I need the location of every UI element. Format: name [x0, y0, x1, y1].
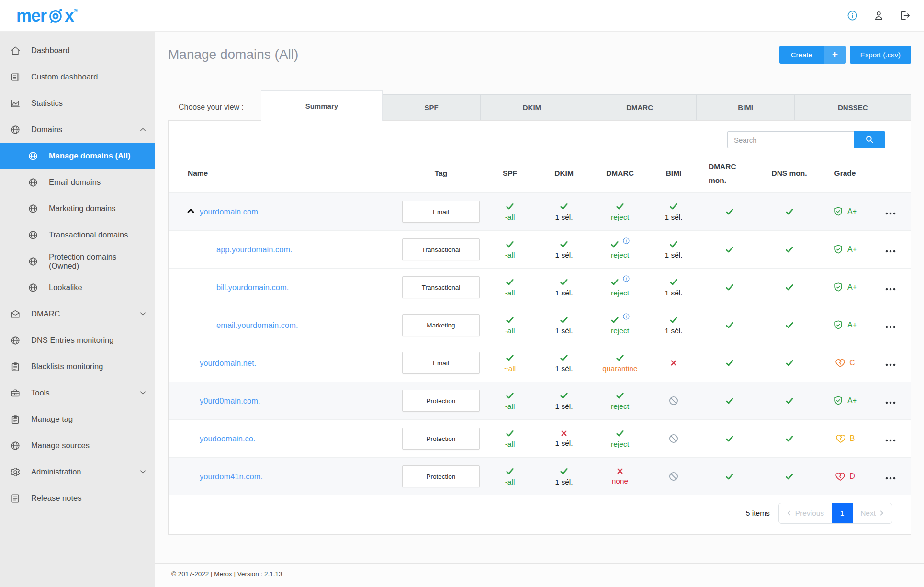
domain-link[interactable]: yourdomain.com. — [200, 207, 260, 216]
cell-tag: Marketing — [397, 310, 485, 340]
tag-badge: Marketing — [402, 314, 480, 336]
export-csv-button[interactable]: Export (.csv) — [850, 46, 911, 64]
cell-dns-mon — [759, 316, 820, 334]
sidebar-item-domains[interactable]: Domains — [0, 116, 155, 143]
dmarc-value: none — [612, 477, 628, 485]
domain-link[interactable]: youdoomain.co. — [200, 434, 256, 443]
column-header-bimi: BIMI — [647, 165, 700, 181]
grade-value: A+ — [847, 207, 857, 216]
check-icon — [785, 472, 794, 481]
check-icon — [559, 315, 569, 325]
sidebar-item-statistics[interactable]: Statistics — [0, 90, 155, 116]
home-icon — [10, 45, 21, 56]
row-menu-ellipsis-icon[interactable] — [885, 361, 896, 365]
row-menu-ellipsis-icon[interactable] — [885, 436, 896, 441]
row-menu-ellipsis-icon[interactable] — [885, 323, 896, 327]
cell-grade: D — [820, 467, 870, 485]
cell-dkim: 1 sél. — [535, 236, 593, 263]
next-page-button[interactable]: Next — [853, 503, 892, 523]
sidebar-item-manage-domains-all[interactable]: Manage domains (All) — [0, 143, 155, 169]
sidebar-item-email-domains[interactable]: Email domains — [0, 169, 155, 195]
row-menu-ellipsis-icon[interactable] — [885, 398, 896, 403]
search-input[interactable] — [727, 131, 854, 148]
info-icon[interactable] — [622, 313, 630, 320]
current-page-button[interactable]: 1 — [832, 503, 853, 524]
tab-label: DNSSEC — [838, 103, 868, 112]
sidebar-item-dashboard[interactable]: Dashboard — [0, 37, 155, 64]
domain-link[interactable]: y0urd0main.com. — [200, 396, 260, 406]
sidebar-item-dns-entries-monitoring[interactable]: DNS Entries monitoring — [0, 327, 155, 353]
x-mark-icon — [616, 467, 624, 475]
table-header-row: NameTagSPFDKIMDMARCBIMIDMARC mon.DNS mon… — [169, 154, 911, 192]
sidebar-item-custom-dashboard[interactable]: Custom dashboard — [0, 64, 155, 90]
shield-check-icon — [833, 320, 844, 330]
sidebar-item-manage-sources[interactable]: Manage sources — [0, 432, 155, 459]
sidebar-item-label: Email domains — [49, 178, 101, 187]
sidebar-item-administration[interactable]: Administration — [0, 459, 155, 485]
cell-dns-mon — [759, 241, 820, 258]
tab-bimi[interactable]: BIMI — [697, 94, 795, 120]
sidebar-item-lookalike[interactable]: Lookalike — [0, 274, 155, 301]
tab-spf[interactable]: SPF — [383, 94, 481, 120]
sidebar-item-tools[interactable]: Tools — [0, 380, 155, 406]
chevron-up-icon — [139, 126, 146, 133]
cell-name: y0urd0main.com. — [169, 393, 397, 409]
tab-dkim[interactable]: DKIM — [481, 94, 583, 120]
sidebar-item-blacklists-monitoring[interactable]: Blacklists monitoring — [0, 353, 155, 380]
domain-link[interactable]: email.yourdomain.com. — [216, 321, 298, 330]
row-menu-ellipsis-icon[interactable] — [885, 474, 896, 479]
cell-dkim: 1 sél. — [535, 387, 593, 415]
sidebar-item-release-notes[interactable]: Release notes — [0, 485, 155, 511]
pagination-row: 5 items Previous 1 Next — [169, 495, 911, 534]
user-icon[interactable] — [873, 10, 884, 21]
row-menu-ellipsis-icon[interactable] — [885, 285, 896, 290]
cell-bimi: 1 sél. — [647, 273, 700, 301]
domain-link[interactable]: yourdomain.net. — [200, 359, 256, 368]
domain-link[interactable]: app.yourdomain.com. — [216, 245, 293, 254]
sidebar-item-transactional-domains[interactable]: Transactional domains — [0, 222, 155, 248]
info-icon[interactable] — [622, 237, 630, 245]
search-button[interactable] — [854, 131, 885, 148]
collapse-chevron-icon[interactable] — [187, 207, 200, 217]
sidebar-item-dmarc[interactable]: DMARC — [0, 301, 155, 327]
check-icon — [615, 391, 625, 400]
cell-dmarc: none — [593, 463, 647, 489]
check-icon — [559, 239, 569, 249]
row-menu-ellipsis-icon[interactable] — [885, 247, 896, 252]
sidebar-item-label: Custom dashboard — [31, 72, 98, 81]
tab-dnssec[interactable]: DNSSEC — [795, 94, 911, 120]
cell-spf: -all — [485, 387, 535, 415]
table-row-bill-yourdomain-com: bill.yourdomain.com.Transactional-all1 s… — [169, 268, 911, 306]
cell-dkim: 1 sél. — [535, 198, 593, 226]
cell-grade: A+ — [820, 278, 870, 296]
sidebar-item-marketing-domains[interactable]: Marketing domains — [0, 195, 155, 222]
cell-name: yourdomain.net. — [169, 355, 397, 372]
domain-link[interactable]: yourdom41n.com. — [200, 472, 263, 481]
topbar-icons — [847, 10, 911, 21]
dkim-value: 1 sél. — [555, 439, 573, 448]
cell-tag: Protection — [397, 424, 485, 453]
view-tabs: SummarySPFDKIMDMARCBIMIDNSSEC — [261, 90, 911, 120]
info-icon[interactable] — [622, 275, 630, 282]
row-menu-ellipsis-icon[interactable] — [885, 209, 896, 214]
sidebar-item-manage-tag[interactable]: Manage tag — [0, 406, 155, 432]
header-buttons: Create + Export (.csv) — [779, 46, 911, 64]
dkim-value: 1 sél. — [555, 327, 573, 335]
cell-name: email.yourdomain.com. — [169, 317, 397, 334]
cell-dkim: 1 sél. — [535, 463, 593, 490]
sidebar-item-label: Manage tag — [31, 415, 73, 424]
chevron-down-icon — [139, 389, 146, 396]
globe-icon — [28, 203, 38, 214]
tab-summary[interactable]: Summary — [261, 90, 383, 121]
merox-logo[interactable]: mer x ® — [16, 7, 78, 24]
cell-grade: C — [820, 354, 870, 372]
info-icon[interactable] — [847, 10, 858, 21]
x-mark-icon — [670, 359, 677, 367]
domain-link[interactable]: bill.yourdomain.com. — [216, 283, 289, 292]
tab-dmarc[interactable]: DMARC — [583, 94, 696, 120]
create-button[interactable]: Create + — [779, 46, 846, 64]
previous-page-button[interactable]: Previous — [779, 503, 832, 523]
sidebar-item-protection-domains-owned[interactable]: Protection domains (Owned) — [0, 248, 155, 274]
logout-icon[interactable] — [900, 10, 911, 21]
next-label: Next — [860, 509, 876, 518]
